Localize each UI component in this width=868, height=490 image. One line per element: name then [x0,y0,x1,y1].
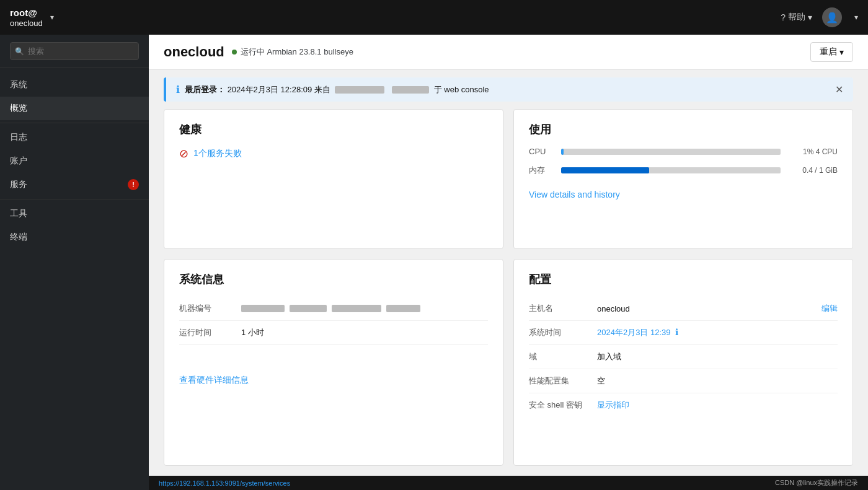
systime-link[interactable]: 2024年2月3日 12:39 [597,328,671,337]
sidebar-item-terminal-label: 终端 [10,232,27,243]
sidebar-item-services-label: 服务 [10,179,27,190]
sidebar-item-services[interactable]: 服务 ! [0,173,149,196]
uptime-label: 运行时间 [179,327,241,338]
performance-row: 性能配置集 空 [529,369,838,393]
systime-label: 系统时间 [529,327,597,338]
content-title-area: onecloud 运行中 Armbian 23.8.1 bullseye [164,44,353,60]
footer-bar: https://192.168.1.153:9091/system/servic… [149,476,868,490]
footer-brand: CSDN @linux实践操作记录 [775,478,858,488]
user-icon: 👤 [826,12,838,24]
sidebar-separator-1 [0,123,149,123]
health-error-icon: ⊘ [179,147,188,160]
sidebar: 🔍 系统 概览 日志 账户 服务 ! 工具 [0,35,149,490]
sshkey-value: 显示指印 [597,400,838,411]
status-text: 运行中 Armbian 23.8.1 bullseye [241,46,353,58]
brand-chevron-icon[interactable]: ▾ [50,13,54,22]
cpu-value: 1% 4 CPU [788,147,838,156]
memory-progress-bar [561,167,781,173]
alert-datetime: 2024年2月3日 12:28:09 来自 [228,85,330,94]
machine-id-redact-4 [386,305,420,312]
performance-label: 性能配置集 [529,375,597,387]
alert-ip-redact [335,86,384,94]
help-chevron-icon: ▾ [808,12,812,22]
health-error-link[interactable]: 1个服务失败 [193,148,242,159]
restart-button[interactable]: 重启 ▾ [810,42,853,62]
machine-id-redact-3 [332,305,381,312]
footer-url: https://192.168.1.153:9091/system/servic… [159,479,290,487]
hostname-row: 主机名 onecloud 编辑 [529,297,838,321]
systime-value: 2024年2月3日 12:39 ℹ [597,327,838,338]
sshkey-label: 安全 shell 密钥 [529,400,597,411]
sshkey-fingerprint-link[interactable]: 显示指印 [597,400,629,409]
health-error-row: ⊘ 1个服务失败 [179,147,488,160]
hostname-edit-link[interactable]: 编辑 [822,303,838,314]
uptime-value: 1 小时 [241,327,488,338]
cpu-usage-row: CPU 1% 4 CPU [529,147,838,156]
domain-label: 域 [529,351,597,362]
machine-id-value [241,305,488,312]
alert-banner: ℹ 最后登录： 2024年2月3日 12:28:09 来自 于 web cons… [164,77,853,102]
alert-close-button[interactable]: ✕ [835,84,843,95]
alert-ip2-redact [392,86,429,94]
sidebar-item-accounts[interactable]: 账户 [0,149,149,173]
hostname-value: onecloud [597,304,817,313]
memory-progress-fill [561,167,649,173]
sidebar-item-overview[interactable]: 概览 [0,97,149,120]
content-area: onecloud 运行中 Armbian 23.8.1 bullseye 重启 … [149,35,868,490]
machine-id-redact-2 [290,305,327,312]
hardware-details-link[interactable]: 查看硬件详细信息 [179,375,249,386]
performance-value: 空 [597,375,838,387]
sshkey-row: 安全 shell 密钥 显示指印 [529,393,838,417]
sysinfo-card: 系统信息 机器编号 运行时间 1 小时 查看硬件详细信息 [164,259,503,466]
memory-usage-row: 内存 0.4 / 1 GiB [529,165,838,176]
domain-value: 加入域 [597,351,838,362]
domain-row: 域 加入域 [529,345,838,369]
main-layout: 🔍 系统 概览 日志 账户 服务 ! 工具 [0,35,868,490]
brand: root@ onecloud [10,7,43,28]
alert-info-icon: ℹ [176,84,180,95]
restart-chevron-icon: ▾ [839,47,844,57]
alert-content: ℹ 最后登录： 2024年2月3日 12:28:09 来自 于 web cons… [176,84,489,95]
systime-info-icon: ℹ [675,327,678,337]
search-input[interactable] [10,42,139,60]
sidebar-item-logs[interactable]: 日志 [0,126,149,149]
sidebar-item-tools-label: 工具 [10,208,27,219]
sidebar-item-tools[interactable]: 工具 [0,202,149,225]
memory-label: 内存 [529,165,554,176]
health-card: 健康 ⊘ 1个服务失败 [164,109,503,249]
help-label: 帮助 [788,12,805,23]
alert-suffix: 于 web console [434,85,489,94]
restart-label: 重启 [820,46,837,58]
header-right: ? 帮助 ▾ 👤 ▾ [781,7,858,27]
services-error-badge: ! [128,179,139,190]
content-header: onecloud 运行中 Armbian 23.8.1 bullseye 重启 … [149,35,868,70]
view-details-link[interactable]: View details and history [529,190,620,199]
uptime-row: 运行时间 1 小时 [179,321,488,345]
cpu-label: CPU [529,147,554,156]
machine-id-row: 机器编号 [179,297,488,321]
help-button[interactable]: ? 帮助 ▾ [781,12,812,23]
sidebar-item-system-label: 系统 [10,79,27,90]
sidebar-item-system[interactable]: 系统 [0,73,149,97]
cpu-progress-fill [561,149,564,155]
sysinfo-title: 系统信息 [179,272,488,287]
help-circle-icon: ? [781,12,786,22]
cpu-progress-bar [561,149,781,155]
machine-id-redact-1 [241,305,285,312]
brand-user: root@ [10,7,43,19]
user-avatar[interactable]: 👤 [822,7,842,27]
page-title: onecloud [164,44,224,60]
sidebar-item-terminal[interactable]: 终端 [0,225,149,249]
brand-area: root@ onecloud ▾ [10,7,54,28]
config-title: 配置 [529,272,838,287]
sidebar-nav: 系统 概览 日志 账户 服务 ! 工具 终端 [0,68,149,254]
sidebar-search-area: 🔍 [0,35,149,68]
top-header: root@ onecloud ▾ ? 帮助 ▾ 👤 ▾ [0,0,868,35]
usage-card: 使用 CPU 1% 4 CPU 内存 0.4 / 1 GiB View deta… [513,109,853,249]
sidebar-separator-2 [0,199,149,199]
search-icon: 🔍 [15,47,24,56]
user-chevron-icon[interactable]: ▾ [854,13,858,22]
alert-label: 最后登录： [185,85,225,94]
brand-host: onecloud [10,19,43,28]
usage-title: 使用 [529,122,838,137]
